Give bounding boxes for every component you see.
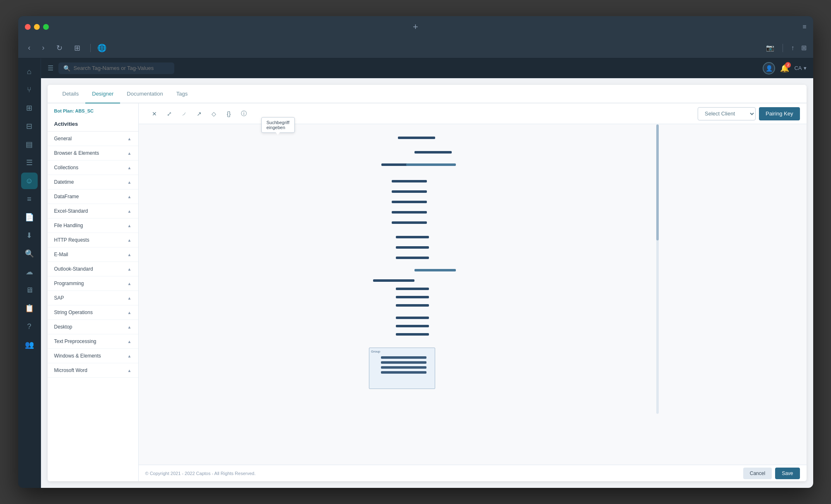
sidebar-item-file[interactable]: 📄 bbox=[21, 209, 38, 226]
flow-node[interactable] bbox=[396, 296, 429, 298]
notification-button[interactable]: 🔔 2 bbox=[780, 64, 789, 73]
sidebar-item-doc[interactable]: ☰ bbox=[21, 154, 38, 171]
delete-button[interactable]: ◇ bbox=[208, 108, 220, 120]
sidebar-item-download[interactable]: ⬇ bbox=[21, 227, 38, 244]
activity-http-requests[interactable]: HTTP Requests ▲ bbox=[48, 233, 138, 247]
flow-node[interactable] bbox=[396, 236, 429, 238]
activity-sap[interactable]: SAP ▲ bbox=[48, 291, 138, 305]
close-button[interactable] bbox=[25, 24, 31, 30]
activity-dataframe[interactable]: DataFrame ▲ bbox=[48, 190, 138, 204]
activity-excel-standard[interactable]: Excel-Standard ▲ bbox=[48, 204, 138, 218]
info-button[interactable]: ⓘ bbox=[238, 108, 250, 120]
activity-browser-elements[interactable]: Browser & Elements ▲ bbox=[48, 146, 138, 161]
globe-button[interactable]: 🌐 bbox=[97, 43, 106, 53]
sidebar-item-search-user[interactable]: 🔍 bbox=[21, 245, 38, 262]
activity-collections[interactable]: Collections ▲ bbox=[48, 161, 138, 175]
flow-node[interactable] bbox=[396, 257, 429, 259]
flow-node[interactable] bbox=[381, 366, 426, 369]
sidebar-item-bot[interactable]: ☺ bbox=[21, 173, 38, 189]
sidebar-item-users[interactable]: 👥 bbox=[21, 336, 38, 353]
flow-node[interactable] bbox=[381, 356, 426, 359]
flow-node[interactable] bbox=[392, 190, 427, 193]
activity-datetime[interactable]: Datetime ▲ bbox=[48, 175, 138, 190]
activity-general[interactable]: General ▲ bbox=[48, 132, 138, 146]
new-tab-button[interactable]: + bbox=[413, 22, 418, 31]
reload-button[interactable]: ↻ bbox=[53, 42, 66, 54]
tab-tags[interactable]: Tags bbox=[170, 85, 194, 103]
flow-node[interactable] bbox=[396, 288, 429, 290]
search-box: 🔍 bbox=[58, 62, 174, 74]
sidebar-item-grid[interactable]: ⊞ bbox=[21, 100, 38, 116]
flow-node[interactable] bbox=[396, 333, 429, 336]
user-label[interactable]: CA ▾ bbox=[794, 65, 806, 71]
search-icon: 🔍 bbox=[63, 65, 70, 72]
flow-node[interactable] bbox=[392, 221, 427, 224]
flow-node[interactable] bbox=[414, 269, 456, 271]
sidebar-item-upload-cloud[interactable]: ☁ bbox=[21, 264, 38, 280]
chevron-icon: ▲ bbox=[128, 223, 132, 228]
sidebar-item-network[interactable]: ⊟ bbox=[21, 118, 38, 134]
avatar: 👤 bbox=[763, 62, 775, 74]
separator bbox=[90, 44, 91, 52]
scrollbar-thumb[interactable] bbox=[656, 125, 659, 240]
minimize-button[interactable] bbox=[34, 24, 40, 30]
sidebar-item-monitor[interactable]: 🖥 bbox=[21, 282, 38, 298]
save-button[interactable]: Save bbox=[775, 468, 800, 479]
sidebar-item-clipboard[interactable]: 📋 bbox=[21, 300, 38, 317]
flow-node[interactable] bbox=[396, 304, 429, 307]
connect-button[interactable]: ⟋ bbox=[178, 108, 190, 120]
activity-microsoft-word[interactable]: Microsoft Word ▲ bbox=[48, 363, 138, 378]
activity-text-preprocessing[interactable]: Text Preprocessing ▲ bbox=[48, 334, 138, 349]
tab-documentation[interactable]: Documentation bbox=[120, 85, 169, 103]
flow-node[interactable] bbox=[396, 317, 429, 319]
flow-node[interactable] bbox=[396, 246, 429, 249]
browser-settings-button[interactable]: ⊞ bbox=[801, 44, 807, 52]
flow-node[interactable] bbox=[392, 211, 427, 214]
forward-button[interactable]: › bbox=[39, 42, 48, 54]
flow-node[interactable] bbox=[392, 201, 427, 203]
menu-icon: ≡ bbox=[802, 23, 806, 30]
share-button[interactable]: ↑ bbox=[791, 44, 795, 52]
activity-desktop[interactable]: Desktop ▲ bbox=[48, 320, 138, 334]
tab-designer[interactable]: Designer bbox=[85, 85, 120, 103]
camera-button[interactable]: 📷 bbox=[766, 44, 774, 52]
activity-outlook-standard[interactable]: Outlook-Standard ▲ bbox=[48, 262, 138, 276]
sidebar-item-home[interactable]: ⌂ bbox=[21, 63, 38, 80]
search-input[interactable] bbox=[74, 65, 165, 71]
expand-all-button[interactable]: ⤢ bbox=[164, 108, 175, 120]
activity-email[interactable]: E-Mail ▲ bbox=[48, 247, 138, 262]
hamburger-button[interactable]: ☰ bbox=[48, 64, 53, 72]
flow-node[interactable] bbox=[414, 151, 452, 154]
code-button[interactable]: {} bbox=[223, 108, 235, 120]
back-button[interactable]: ‹ bbox=[25, 42, 34, 54]
chevron-icon: ▲ bbox=[128, 368, 132, 373]
canvas-area[interactable]: Group bbox=[139, 124, 807, 465]
flow-node[interactable] bbox=[381, 371, 426, 374]
browser-chrome: ‹ › ↻ ⊞ 🌐 📷 ↑ ⊞ bbox=[18, 38, 813, 58]
tab-details[interactable]: Details bbox=[56, 85, 86, 103]
icon-rail: ⌂ ⑂ ⊞ ⊟ ▤ ☰ ☺ ≡ 📄 ⬇ 🔍 ☁ 🖥 📋 ? 👥 bbox=[18, 58, 41, 488]
activities-panel: Bot Plan: ABS_SC Activities General ▲ Br… bbox=[48, 103, 139, 481]
cancel-button[interactable]: Cancel bbox=[743, 468, 772, 479]
flow-node[interactable] bbox=[373, 279, 414, 282]
pairing-key-button[interactable]: Pairing Key bbox=[759, 107, 800, 120]
grid-button[interactable]: ⊞ bbox=[71, 42, 84, 54]
flow-node[interactable] bbox=[396, 325, 429, 327]
arrow-button[interactable]: ↗ bbox=[193, 108, 205, 120]
sidebar-item-list[interactable]: ≡ bbox=[21, 191, 38, 207]
collapse-all-button[interactable]: ✕ bbox=[149, 108, 160, 120]
activity-string-operations[interactable]: String Operations ▲ bbox=[48, 305, 138, 320]
sidebar-item-help[interactable]: ? bbox=[21, 318, 38, 335]
activity-windows-elements[interactable]: Windows & Elements ▲ bbox=[48, 349, 138, 363]
tab-bar: Details Designer Documentation Tags bbox=[48, 85, 807, 103]
flow-node[interactable] bbox=[392, 180, 427, 182]
activity-file-handling[interactable]: File Handling ▲ bbox=[48, 218, 138, 233]
flow-node[interactable] bbox=[381, 361, 426, 364]
select-client-dropdown[interactable]: Select Client bbox=[698, 107, 756, 120]
flow-node[interactable] bbox=[423, 163, 456, 166]
maximize-button[interactable] bbox=[43, 24, 49, 30]
sidebar-item-table[interactable]: ▤ bbox=[21, 136, 38, 153]
activity-programming[interactable]: Programming ▲ bbox=[48, 276, 138, 291]
flow-node[interactable] bbox=[398, 137, 435, 139]
sidebar-item-git[interactable]: ⑂ bbox=[21, 82, 38, 98]
